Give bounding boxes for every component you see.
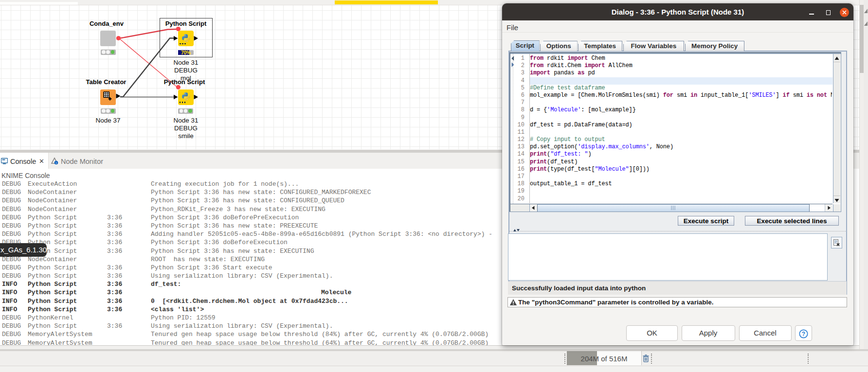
svg-text:i: i — [56, 161, 57, 164]
svg-text:?: ? — [802, 331, 805, 337]
